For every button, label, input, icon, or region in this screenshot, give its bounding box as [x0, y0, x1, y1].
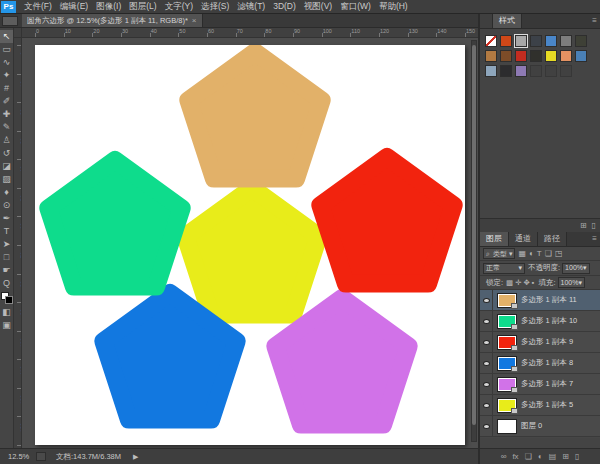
toolbar-dock-handle[interactable] — [2, 16, 18, 26]
tool-quick-select-icon[interactable]: ✦ — [0, 69, 13, 82]
style-swatch[interactable] — [500, 35, 512, 47]
layer-row[interactable]: 多边形 1 副本 11 — [480, 290, 600, 311]
eye-icon[interactable] — [483, 340, 490, 345]
tool-lasso-icon[interactable]: ∿ — [0, 56, 13, 69]
shape-red-pentagon[interactable] — [320, 157, 453, 284]
menu-item-3[interactable]: 图像(I) — [92, 0, 125, 13]
adjustment-layer-icon[interactable]: ◐ — [538, 451, 543, 463]
tool-move-icon[interactable]: ↖ — [0, 30, 13, 43]
lock-pixels-icon[interactable]: ✛ — [515, 278, 521, 287]
style-swatch[interactable] — [485, 50, 497, 62]
link-layers-icon[interactable]: ∞ — [501, 451, 507, 463]
tool-quick-mask-icon[interactable]: ◧ — [0, 306, 13, 319]
layer-thumbnail[interactable] — [497, 293, 517, 308]
style-swatch[interactable] — [485, 35, 497, 47]
eye-icon[interactable] — [483, 361, 490, 366]
eye-icon[interactable] — [483, 403, 490, 408]
menu-item-9[interactable]: 视图(V) — [300, 0, 336, 13]
tool-clone-stamp-icon[interactable]: ♙ — [0, 134, 13, 147]
vertical-scrollbar-thumb[interactable] — [472, 45, 476, 425]
tool-type-icon[interactable]: T — [0, 225, 13, 238]
layer-thumbnail[interactable] — [497, 356, 517, 371]
layer-row[interactable]: 多边形 1 副本 7 — [480, 374, 600, 395]
tool-pen-icon[interactable]: ✒ — [0, 212, 13, 225]
layer-thumbnail[interactable] — [497, 335, 517, 350]
tool-screen-mode-icon[interactable]: ▣ — [0, 319, 13, 332]
style-swatch[interactable] — [485, 65, 497, 77]
layer-group-icon[interactable]: ▤ — [549, 451, 557, 463]
menu-item-6[interactable]: 选择(S) — [197, 0, 233, 13]
tab-styles[interactable]: 样式 — [493, 14, 522, 28]
close-tab-icon[interactable]: × — [192, 16, 197, 25]
tool-blur-icon[interactable]: ♦ — [0, 186, 13, 199]
tab-channels[interactable]: 通道 — [509, 232, 538, 246]
layer-thumbnail[interactable] — [497, 377, 517, 392]
layer-effects-icon[interactable]: fx — [512, 451, 518, 463]
visibility-cell[interactable] — [480, 311, 493, 332]
opacity-field[interactable]: 100% ▾ — [562, 263, 589, 274]
tool-brush-icon[interactable]: ✎ — [0, 121, 13, 134]
style-swatch[interactable] — [530, 50, 542, 62]
menu-item-4[interactable]: 图层(L) — [125, 0, 160, 13]
visibility-cell[interactable] — [480, 374, 493, 395]
visibility-cell[interactable] — [480, 353, 493, 374]
visibility-cell[interactable] — [480, 290, 493, 311]
delete-style-icon[interactable]: ▯ — [592, 220, 596, 232]
style-swatch[interactable] — [560, 35, 572, 47]
lock-transparency-icon[interactable]: ▩ — [506, 278, 513, 287]
document-canvas[interactable] — [35, 45, 465, 445]
layer-thumbnail[interactable] — [497, 314, 517, 329]
background-color-swatch[interactable] — [5, 296, 13, 304]
layer-row[interactable]: 多边形 1 副本 8 — [480, 353, 600, 374]
style-swatch[interactable] — [560, 50, 572, 62]
style-swatch[interactable] — [575, 35, 587, 47]
visibility-cell[interactable] — [480, 332, 493, 353]
layer-filter-type-select[interactable]: ⌕ 类型 ▾ — [483, 248, 515, 259]
new-style-icon[interactable]: ⊞ — [580, 220, 587, 232]
filter-smart-object-icon[interactable]: ◳ — [555, 249, 563, 258]
style-swatch[interactable] — [545, 65, 557, 77]
style-swatch[interactable] — [545, 35, 557, 47]
tab-stub[interactable] — [480, 14, 493, 28]
style-swatch[interactable] — [530, 65, 542, 77]
menu-item-11[interactable]: 帮助(H) — [375, 0, 412, 13]
foreground-background-swatches[interactable] — [1, 292, 13, 304]
status-flyout-icon[interactable]: ▶ — [133, 453, 138, 461]
style-swatch[interactable] — [575, 50, 587, 62]
menu-item-5[interactable]: 文字(Y) — [161, 0, 197, 13]
tool-gradient-icon[interactable]: ▨ — [0, 173, 13, 186]
new-layer-icon[interactable]: ⊞ — [562, 451, 569, 463]
shape-green-pentagon[interactable] — [48, 160, 181, 287]
layer-thumbnail[interactable] — [497, 398, 517, 413]
layer-row[interactable]: 多边形 1 副本 9 — [480, 332, 600, 353]
filter-shape-icon[interactable]: ❏ — [545, 249, 552, 258]
filter-type-icon[interactable]: T — [537, 249, 542, 258]
eye-icon[interactable] — [483, 298, 490, 303]
tool-path-select-icon[interactable]: ➤ — [0, 238, 13, 251]
zoom-level-field[interactable]: 12.5% — [8, 452, 36, 461]
lock-position-icon[interactable]: ✥ — [523, 278, 529, 287]
visibility-cell[interactable] — [480, 416, 493, 437]
status-options-icon[interactable] — [36, 452, 46, 461]
menu-item-2[interactable]: 编辑(E) — [56, 0, 92, 13]
shape-tan-pentagon[interactable] — [188, 52, 321, 179]
style-swatch[interactable] — [515, 65, 527, 77]
styles-panel-menu-icon[interactable]: ≡ — [589, 14, 600, 28]
tab-paths[interactable]: 路径 — [538, 232, 567, 246]
style-swatch[interactable] — [545, 50, 557, 62]
blend-mode-select[interactable]: 正常 ▾ — [483, 263, 525, 274]
layer-row[interactable]: 多边形 1 副本 5 — [480, 395, 600, 416]
layer-row[interactable]: 图层 0 — [480, 416, 600, 437]
fill-field[interactable]: 100% ▾ — [558, 277, 585, 288]
style-swatch[interactable] — [500, 50, 512, 62]
eye-icon[interactable] — [483, 424, 490, 429]
layers-panel-menu-icon[interactable]: ≡ — [589, 232, 600, 246]
layer-thumbnail[interactable] — [497, 419, 517, 434]
tool-dodge-icon[interactable]: ⊙ — [0, 199, 13, 212]
menu-item-8[interactable]: 3D(D) — [269, 0, 300, 13]
tab-layers[interactable]: 图层 — [480, 232, 509, 246]
shape-yellow-pentagon[interactable] — [185, 188, 318, 315]
layer-mask-icon[interactable]: ❏ — [525, 451, 532, 463]
tool-healing-brush-icon[interactable]: ✚ — [0, 108, 13, 121]
tool-crop-icon[interactable]: # — [0, 82, 13, 95]
